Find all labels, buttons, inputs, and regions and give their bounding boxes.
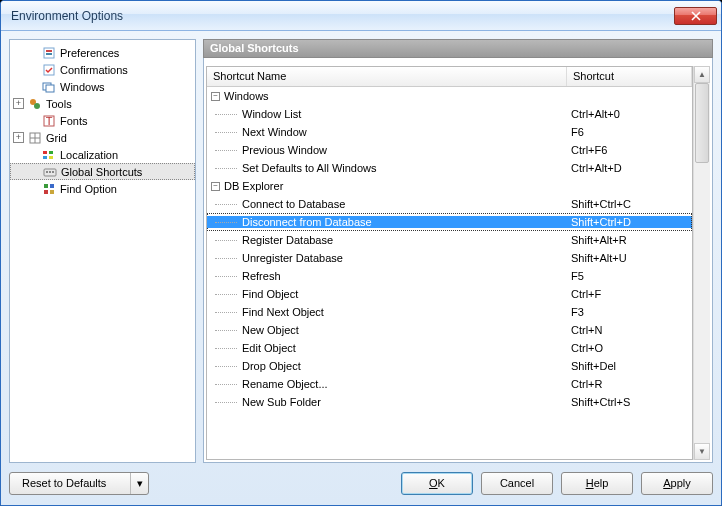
shortcut-row[interactable]: Drop ObjectShift+Del [207,357,692,375]
cell-shortcut: Shift+Ctrl+S [567,396,692,408]
window-title: Environment Options [11,9,674,23]
cell-shortcut: Ctrl+R [567,378,692,390]
dialog-window: Environment Options PreferencesConfirmat… [0,0,722,506]
shortcut-row[interactable]: Find ObjectCtrl+F [207,285,692,303]
scroll-track[interactable] [694,83,710,443]
group-row[interactable]: −DB Explorer [207,177,692,195]
tree-label: Confirmations [60,64,128,76]
cell-name: Unregister Database [207,252,567,264]
tree-line [215,366,237,367]
shortcut-row[interactable]: Disconnect from DatabaseShift+Ctrl+D [207,213,692,231]
apply-label-u: A [663,477,670,489]
tree-label: Grid [46,132,67,144]
tree-item-global-shortcuts[interactable]: Global Shortcuts [10,163,195,180]
reset-label: Reset to Defaults [22,477,106,489]
item-label: Register Database [242,234,333,246]
ok-label: O [429,477,438,489]
scroll-thumb[interactable] [695,83,709,163]
scroll-up-button[interactable]: ▲ [694,66,710,83]
group-row[interactable]: −Windows [207,87,692,105]
category-tree[interactable]: PreferencesConfirmationsWindows+ToolsTFo… [9,39,196,463]
col-header-name[interactable]: Shortcut Name [207,67,567,86]
collapse-icon[interactable]: − [211,182,220,191]
tree-item-confirmations[interactable]: Confirmations [10,61,195,78]
apply-button[interactable]: Apply [641,472,713,495]
close-icon [691,11,701,21]
section-title: Global Shortcuts [203,39,713,58]
tree-line [215,240,237,241]
shortcut-row[interactable]: Register DatabaseShift+Alt+R [207,231,692,249]
tree-item-localization[interactable]: Localization [10,146,195,163]
vertical-scrollbar[interactable]: ▲ ▼ [693,66,710,460]
collapse-icon[interactable]: − [211,92,220,101]
cell-name: −DB Explorer [207,180,567,192]
tree-item-fonts[interactable]: TFonts [10,112,195,129]
cell-shortcut: Shift+Alt+R [567,234,692,246]
svg-rect-16 [49,156,53,159]
svg-rect-5 [46,85,54,92]
svg-rect-20 [52,171,54,173]
confirm-icon [41,62,57,78]
svg-point-7 [34,103,40,109]
cell-name: Refresh [207,270,567,282]
cell-name: Register Database [207,234,567,246]
tree-item-preferences[interactable]: Preferences [10,44,195,61]
tree-line [215,222,237,223]
prefs-icon [41,45,57,61]
shortcut-row[interactable]: Find Next ObjectF3 [207,303,692,321]
shortcut-row[interactable]: New ObjectCtrl+N [207,321,692,339]
cell-shortcut: Ctrl+Alt+0 [567,108,692,120]
shortcut-row[interactable]: Unregister DatabaseShift+Alt+U [207,249,692,267]
ok-button[interactable]: OK [401,472,473,495]
cancel-button[interactable]: Cancel [481,472,553,495]
col-header-shortcut[interactable]: Shortcut [567,67,692,86]
item-label: Rename Object... [242,378,328,390]
fonts-icon: T [41,113,57,129]
cell-shortcut: Shift+Alt+U [567,252,692,264]
cell-name: Set Defaults to All Windows [207,162,567,174]
item-label: Window List [242,108,301,120]
shortcut-row[interactable]: Connect to DatabaseShift+Ctrl+C [207,195,692,213]
expand-icon[interactable]: + [13,132,24,143]
shortcut-row[interactable]: Edit ObjectCtrl+O [207,339,692,357]
ok-label-rest: K [438,477,445,489]
item-label: Disconnect from Database [242,216,372,228]
cell-shortcut: F3 [567,306,692,318]
tree-item-windows[interactable]: Windows [10,78,195,95]
item-label: New Object [242,324,299,336]
titlebar[interactable]: Environment Options [1,1,721,31]
reset-dropdown-arrow[interactable]: ▾ [130,473,148,494]
expand-icon[interactable]: + [13,98,24,109]
tree-item-find-option[interactable]: Find Option [10,180,195,197]
tree-line [215,114,237,115]
tree-label: Windows [60,81,105,93]
shortcut-row[interactable]: Set Defaults to All WindowsCtrl+Alt+D [207,159,692,177]
item-label: Unregister Database [242,252,343,264]
list-body[interactable]: −WindowsWindow ListCtrl+Alt+0Next Window… [207,87,692,459]
shortcut-row[interactable]: New Sub FolderShift+Ctrl+S [207,393,692,411]
shortcut-row[interactable]: Rename Object...Ctrl+R [207,375,692,393]
cell-shortcut: Ctrl+O [567,342,692,354]
item-label: Set Defaults to All Windows [242,162,377,174]
list-header: Shortcut Name Shortcut [207,67,692,87]
dialog-body: PreferencesConfirmationsWindows+ToolsTFo… [1,31,721,505]
reset-defaults-button[interactable]: Reset to Defaults ▾ [9,472,149,495]
item-label: Drop Object [242,360,301,372]
tree-item-grid[interactable]: +Grid [10,129,195,146]
cell-shortcut: F5 [567,270,692,282]
shortcut-row[interactable]: Previous WindowCtrl+F6 [207,141,692,159]
tree-line [215,276,237,277]
cell-name: Connect to Database [207,198,567,210]
scroll-down-button[interactable]: ▼ [694,443,710,460]
shortcut-row[interactable]: RefreshF5 [207,267,692,285]
close-button[interactable] [674,7,717,25]
cell-name: Find Object [207,288,567,300]
cell-shortcut: Ctrl+Alt+D [567,162,692,174]
shortcut-row[interactable]: Next WindowF6 [207,123,692,141]
tree-item-tools[interactable]: +Tools [10,95,195,112]
help-button[interactable]: Help [561,472,633,495]
shortcut-row[interactable]: Window ListCtrl+Alt+0 [207,105,692,123]
grid-icon [27,130,43,146]
cell-shortcut: Ctrl+N [567,324,692,336]
svg-rect-19 [49,171,51,173]
